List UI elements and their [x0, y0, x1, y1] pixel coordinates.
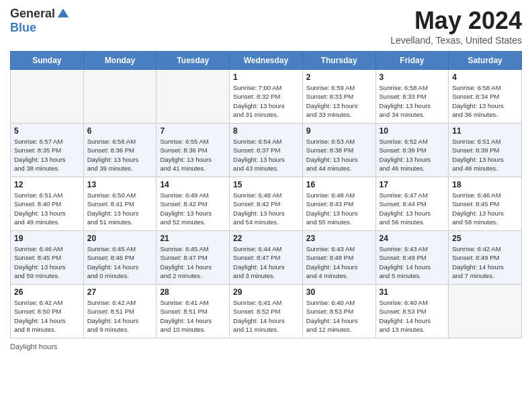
day-info: Sunrise: 6:49 AM Sunset: 8:42 PM Dayligh… — [160, 191, 226, 226]
day-number: 29 — [233, 287, 299, 297]
day-number: 22 — [233, 234, 299, 243]
day-number: 31 — [380, 287, 445, 297]
calendar-cell: 18Sunrise: 6:46 AM Sunset: 8:45 PM Dayli… — [449, 177, 522, 231]
day-number: 15 — [233, 180, 299, 189]
calendar-cell: 19Sunrise: 6:46 AM Sunset: 8:45 PM Dayli… — [11, 231, 84, 285]
calendar-week-row: 26Sunrise: 6:42 AM Sunset: 8:50 PM Dayli… — [11, 285, 522, 338]
calendar-cell: 4Sunrise: 6:58 AM Sunset: 8:34 PM Daylig… — [449, 70, 522, 124]
day-number: 18 — [452, 180, 518, 189]
title-block: May 2024 Levelland, Texas, United States — [390, 7, 522, 46]
day-header-wednesday: Wednesday — [230, 52, 303, 70]
calendar-cell: 1Sunrise: 7:00 AM Sunset: 8:32 PM Daylig… — [230, 70, 303, 124]
footer-note: Daylight hours — [10, 342, 522, 351]
day-number: 12 — [14, 180, 80, 189]
calendar-cell — [83, 70, 157, 124]
calendar-cell: 15Sunrise: 6:48 AM Sunset: 8:42 PM Dayli… — [230, 177, 303, 231]
day-header-friday: Friday — [375, 52, 449, 70]
calendar-cell: 31Sunrise: 6:40 AM Sunset: 8:53 PM Dayli… — [375, 285, 449, 338]
day-info: Sunrise: 6:43 AM Sunset: 8:48 PM Dayligh… — [306, 244, 372, 280]
location-text: Levelland, Texas, United States — [390, 35, 522, 46]
day-number: 25 — [452, 234, 518, 243]
page-header: General Blue May 2024 Levelland, Texas, … — [10, 7, 522, 46]
day-number: 26 — [14, 287, 80, 297]
day-info: Sunrise: 6:46 AM Sunset: 8:45 PM Dayligh… — [452, 191, 518, 226]
calendar-cell: 20Sunrise: 6:45 AM Sunset: 8:46 PM Dayli… — [83, 231, 157, 285]
day-info: Sunrise: 6:55 AM Sunset: 8:36 PM Dayligh… — [160, 137, 226, 173]
calendar-week-row: 1Sunrise: 7:00 AM Sunset: 8:32 PM Daylig… — [11, 70, 522, 124]
day-number: 17 — [380, 180, 445, 189]
day-info: Sunrise: 6:56 AM Sunset: 8:36 PM Dayligh… — [87, 137, 153, 173]
day-info: Sunrise: 6:45 AM Sunset: 8:47 PM Dayligh… — [160, 244, 226, 280]
calendar-cell: 14Sunrise: 6:49 AM Sunset: 8:42 PM Dayli… — [157, 177, 230, 231]
calendar-cell: 7Sunrise: 6:55 AM Sunset: 8:36 PM Daylig… — [157, 124, 230, 177]
calendar-cell — [157, 70, 230, 124]
day-info: Sunrise: 6:45 AM Sunset: 8:46 PM Dayligh… — [87, 244, 153, 280]
calendar-week-row: 12Sunrise: 6:51 AM Sunset: 8:40 PM Dayli… — [11, 177, 522, 231]
calendar-cell: 13Sunrise: 6:50 AM Sunset: 8:41 PM Dayli… — [83, 177, 157, 231]
calendar-cell: 3Sunrise: 6:58 AM Sunset: 8:33 PM Daylig… — [375, 70, 449, 124]
day-header-saturday: Saturday — [449, 52, 522, 70]
calendar-cell: 24Sunrise: 6:43 AM Sunset: 8:49 PM Dayli… — [375, 231, 449, 285]
logo: General Blue — [10, 7, 70, 35]
day-number: 6 — [87, 126, 153, 136]
day-number: 19 — [14, 234, 80, 243]
day-info: Sunrise: 6:58 AM Sunset: 8:34 PM Dayligh… — [452, 83, 518, 119]
calendar-cell: 28Sunrise: 6:41 AM Sunset: 8:51 PM Dayli… — [157, 285, 230, 338]
calendar-cell: 26Sunrise: 6:42 AM Sunset: 8:50 PM Dayli… — [11, 285, 84, 338]
day-info: Sunrise: 6:58 AM Sunset: 8:33 PM Dayligh… — [380, 83, 445, 119]
day-info: Sunrise: 6:43 AM Sunset: 8:49 PM Dayligh… — [380, 244, 445, 280]
day-number: 20 — [87, 234, 153, 243]
day-info: Sunrise: 6:42 AM Sunset: 8:50 PM Dayligh… — [14, 298, 80, 334]
day-info: Sunrise: 6:48 AM Sunset: 8:43 PM Dayligh… — [306, 191, 372, 226]
logo-icon — [56, 7, 70, 21]
day-number: 24 — [380, 234, 445, 243]
day-info: Sunrise: 6:46 AM Sunset: 8:45 PM Dayligh… — [14, 244, 80, 280]
day-number: 16 — [306, 180, 372, 189]
calendar-cell: 5Sunrise: 6:57 AM Sunset: 8:35 PM Daylig… — [11, 124, 84, 177]
day-number: 7 — [160, 126, 226, 136]
calendar-cell: 6Sunrise: 6:56 AM Sunset: 8:36 PM Daylig… — [83, 124, 157, 177]
day-info: Sunrise: 6:41 AM Sunset: 8:52 PM Dayligh… — [233, 298, 299, 334]
calendar-cell: 10Sunrise: 6:52 AM Sunset: 8:39 PM Dayli… — [375, 124, 449, 177]
day-number: 21 — [160, 234, 226, 243]
calendar-cell: 11Sunrise: 6:51 AM Sunset: 8:39 PM Dayli… — [449, 124, 522, 177]
day-info: Sunrise: 6:47 AM Sunset: 8:44 PM Dayligh… — [380, 191, 445, 226]
day-number: 1 — [233, 73, 299, 82]
day-info: Sunrise: 6:40 AM Sunset: 8:53 PM Dayligh… — [380, 298, 445, 334]
calendar-cell — [449, 285, 522, 338]
day-info: Sunrise: 6:42 AM Sunset: 8:51 PM Dayligh… — [87, 298, 153, 334]
day-info: Sunrise: 6:51 AM Sunset: 8:40 PM Dayligh… — [14, 191, 80, 226]
day-info: Sunrise: 6:40 AM Sunset: 8:53 PM Dayligh… — [306, 298, 372, 334]
calendar-cell: 25Sunrise: 6:42 AM Sunset: 8:49 PM Dayli… — [449, 231, 522, 285]
day-number: 10 — [380, 126, 445, 136]
calendar-cell: 17Sunrise: 6:47 AM Sunset: 8:44 PM Dayli… — [375, 177, 449, 231]
day-number: 30 — [306, 287, 372, 297]
day-number: 3 — [380, 73, 445, 82]
day-number: 4 — [452, 73, 518, 82]
calendar-cell: 8Sunrise: 6:54 AM Sunset: 8:37 PM Daylig… — [230, 124, 303, 177]
day-info: Sunrise: 6:54 AM Sunset: 8:37 PM Dayligh… — [233, 137, 299, 173]
day-info: Sunrise: 6:48 AM Sunset: 8:42 PM Dayligh… — [233, 191, 299, 226]
day-info: Sunrise: 6:51 AM Sunset: 8:39 PM Dayligh… — [452, 137, 518, 173]
calendar-table: SundayMondayTuesdayWednesdayThursdayFrid… — [10, 51, 522, 338]
calendar-cell: 12Sunrise: 6:51 AM Sunset: 8:40 PM Dayli… — [11, 177, 84, 231]
day-info: Sunrise: 6:41 AM Sunset: 8:51 PM Dayligh… — [160, 298, 226, 334]
day-info: Sunrise: 6:52 AM Sunset: 8:39 PM Dayligh… — [380, 137, 445, 173]
day-header-thursday: Thursday — [302, 52, 375, 70]
calendar-week-row: 5Sunrise: 6:57 AM Sunset: 8:35 PM Daylig… — [11, 124, 522, 177]
calendar-cell: 2Sunrise: 6:59 AM Sunset: 8:33 PM Daylig… — [302, 70, 375, 124]
day-header-tuesday: Tuesday — [157, 52, 230, 70]
day-number: 14 — [160, 180, 226, 189]
calendar-week-row: 19Sunrise: 6:46 AM Sunset: 8:45 PM Dayli… — [11, 231, 522, 285]
calendar-cell: 16Sunrise: 6:48 AM Sunset: 8:43 PM Dayli… — [302, 177, 375, 231]
logo-blue-text: Blue — [10, 21, 36, 35]
day-number: 28 — [160, 287, 226, 297]
svg-marker-0 — [58, 8, 69, 17]
day-number: 27 — [87, 287, 153, 297]
day-info: Sunrise: 7:00 AM Sunset: 8:32 PM Dayligh… — [233, 83, 299, 119]
calendar-cell: 30Sunrise: 6:40 AM Sunset: 8:53 PM Dayli… — [302, 285, 375, 338]
day-number: 8 — [233, 126, 299, 136]
day-info: Sunrise: 6:42 AM Sunset: 8:49 PM Dayligh… — [452, 244, 518, 280]
day-number: 5 — [14, 126, 80, 136]
calendar-cell: 22Sunrise: 6:44 AM Sunset: 8:47 PM Dayli… — [230, 231, 303, 285]
